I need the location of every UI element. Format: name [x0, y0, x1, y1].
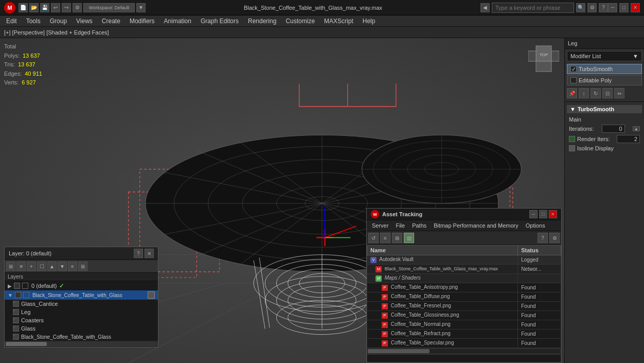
- nav-back-icon[interactable]: ◀: [480, 3, 490, 12]
- menu-customize[interactable]: Customize: [281, 16, 319, 26]
- render-iters-checkbox[interactable]: [569, 136, 575, 142]
- menu-views[interactable]: Views: [72, 16, 97, 26]
- save-file-icon[interactable]: 💾: [40, 3, 49, 12]
- iterations-up-icon[interactable]: ▲: [633, 126, 640, 131]
- asset-scrollbar[interactable]: [368, 349, 560, 353]
- layer-option-icon[interactable]: ≡: [68, 262, 77, 271]
- menu-create[interactable]: Create: [98, 16, 124, 26]
- asset-close-button[interactable]: ✕: [549, 210, 557, 218]
- asset-menu-bitmap[interactable]: Bitmap Performance and Memory: [431, 221, 521, 230]
- menu-modifiers[interactable]: Modifiers: [126, 16, 159, 26]
- search-input[interactable]: [492, 3, 574, 13]
- asset-menu-file[interactable]: File: [392, 221, 408, 230]
- workspace-dropdown[interactable]: Workspace: Default: [83, 3, 135, 12]
- isoline-checkbox[interactable]: [569, 145, 575, 151]
- layer-freeze-icon-2[interactable]: [23, 292, 29, 298]
- asset-bottom-input[interactable]: [367, 354, 561, 362]
- asset-menu-options[interactable]: Options: [523, 221, 548, 230]
- help-icon[interactable]: ?: [599, 3, 608, 12]
- menu-animation[interactable]: Animation: [160, 16, 195, 26]
- asset-minimize-button[interactable]: ─: [529, 210, 538, 218]
- layer-item-coasters[interactable]: ⬛ Coasters: [5, 316, 158, 324]
- asset-menu-paths[interactable]: Paths: [409, 221, 430, 230]
- modifier-list-dropdown[interactable]: Modifier List ▼: [567, 51, 642, 61]
- section-collapse-arrow[interactable]: ▼: [570, 106, 576, 112]
- iterations-input[interactable]: [602, 125, 625, 133]
- menu-edit[interactable]: Edit: [2, 16, 21, 26]
- layer-vis-icon[interactable]: [14, 283, 20, 289]
- asset-tb-refresh-icon[interactable]: ↺: [368, 233, 379, 243]
- layer-item-glass-cantice[interactable]: ⬛ Glass_Cantice: [5, 300, 158, 308]
- table-row[interactable]: P Coffee_Table_Fresnel.png Found: [367, 302, 561, 311]
- asset-tb-help-icon[interactable]: ?: [538, 233, 548, 243]
- layer-scrollbar[interactable]: [6, 342, 157, 346]
- layer-vis-icon-2[interactable]: [15, 292, 21, 298]
- menu-help[interactable]: Help: [359, 16, 380, 26]
- menu-graph-editors[interactable]: Graph Editors: [196, 16, 243, 26]
- layer-item-default[interactable]: ▶ 0 (default) ✓: [5, 281, 158, 290]
- asset-menu-server[interactable]: Server: [369, 221, 391, 230]
- table-row[interactable]: P Coffee_Table_Normal.png Found: [367, 320, 561, 330]
- rp-icon-pin[interactable]: 📌: [567, 88, 577, 98]
- close-button[interactable]: ✕: [631, 3, 640, 12]
- layer-delete-icon[interactable]: ✕: [16, 262, 26, 271]
- asset-tb-grid-icon[interactable]: ⊞: [392, 233, 402, 243]
- redo-icon[interactable]: ↪: [62, 3, 71, 12]
- table-row[interactable]: P Coffee_Table_Glossiness.png Found: [367, 311, 561, 320]
- modifier-turbosmooth[interactable]: ✓ TurboSmooth: [567, 64, 642, 74]
- rp-icon-move[interactable]: ↕: [579, 88, 589, 98]
- menu-maxscript[interactable]: MAXScript: [320, 16, 357, 26]
- layer-move-down-icon[interactable]: ▼: [58, 262, 67, 271]
- rp-icon-mirror[interactable]: ⇔: [614, 88, 624, 98]
- table-row[interactable]: M Black_Stone_Coffee_Table_with_Glass_ma…: [367, 265, 561, 274]
- rp-icon-scale[interactable]: ⊡: [602, 88, 613, 98]
- menu-tools[interactable]: Tools: [22, 16, 45, 26]
- png-icon-2: P: [382, 294, 388, 300]
- menu-group[interactable]: Group: [46, 16, 71, 26]
- layer-select-icon[interactable]: ☐: [37, 262, 46, 271]
- maximize-button[interactable]: □: [619, 3, 629, 12]
- undo-icon[interactable]: ↩: [51, 3, 60, 12]
- asset-tb-settings-icon[interactable]: ⚙: [549, 233, 560, 243]
- table-row[interactable]: V Autodesk Vault Logged: [367, 255, 561, 265]
- layer-item-leg[interactable]: ⬛ Leg: [5, 308, 158, 316]
- table-row[interactable]: P Coffee_Table_Diffuse.png Found: [367, 292, 561, 302]
- layer-help-icon[interactable]: ?: [134, 249, 143, 258]
- table-row[interactable]: P Coffee_Table_Anisotropy.png Found: [367, 283, 561, 292]
- new-file-icon[interactable]: 📄: [19, 3, 28, 12]
- layer-panel-icons: ? ✕: [134, 249, 154, 258]
- layer-item-main[interactable]: ▼ Black_Stone_Coffee_Table_with_Glass: [5, 290, 158, 300]
- nav-cube[interactable]: TOP: [528, 43, 559, 74]
- rp-icon-rotate[interactable]: ↻: [591, 88, 601, 98]
- layer-freeze-icon[interactable]: [22, 283, 28, 289]
- layer-add-icon[interactable]: +: [27, 262, 36, 271]
- editable-poly-checkbox[interactable]: [570, 77, 577, 83]
- modifier-editable-poly[interactable]: Editable Poly: [567, 75, 642, 85]
- toolbar-settings-icon[interactable]: ⚙: [73, 3, 82, 12]
- table-row[interactable]: P Coffee_Table_Refract.png Found: [367, 330, 561, 339]
- minimize-button[interactable]: ─: [608, 3, 617, 12]
- layer-move-up-icon[interactable]: ▲: [47, 262, 57, 271]
- asset-scrollthumb[interactable]: [368, 349, 430, 353]
- turbosmooth-checkbox[interactable]: ✓: [570, 66, 577, 72]
- workspace-expand-icon[interactable]: ▼: [136, 3, 146, 12]
- open-file-icon[interactable]: 📂: [29, 3, 39, 12]
- layer-square-icon[interactable]: [148, 291, 155, 299]
- layer-item-glass[interactable]: ⬛ Glass: [5, 324, 158, 333]
- asset-tb-list-icon[interactable]: ≡: [380, 233, 390, 243]
- render-iters-input[interactable]: [617, 135, 640, 143]
- layer-close-icon[interactable]: ✕: [145, 249, 154, 258]
- asset-maximize-button[interactable]: □: [539, 210, 547, 218]
- menu-rendering[interactable]: Rendering: [244, 16, 280, 26]
- table-row[interactable]: P Coffee_Table_Specular.png Found: [367, 339, 561, 348]
- layer-scrollthumb[interactable]: [6, 342, 47, 346]
- search-options-icon[interactable]: ⚙: [587, 3, 597, 12]
- search-icon[interactable]: 🔍: [576, 3, 585, 12]
- layer-item-bsctwg[interactable]: ⬛ Black_Stone_Coffee_Table_with_Glass: [5, 333, 158, 341]
- layer-icon-1[interactable]: ⊞: [6, 262, 15, 271]
- asset-tb-table-icon[interactable]: ▤: [404, 233, 414, 243]
- layer-grid-icon[interactable]: ⊞: [78, 262, 87, 271]
- object-name-field[interactable]: Leg: [565, 38, 644, 49]
- modifier-list-label: Modifier List: [570, 53, 601, 59]
- table-row[interactable]: M Maps / Shaders: [367, 274, 561, 283]
